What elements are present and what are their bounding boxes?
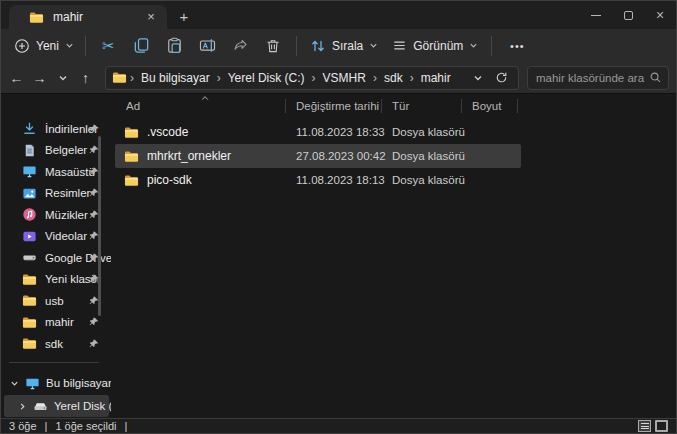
breadcrumb-item-mahir[interactable]: mahir [417, 70, 455, 86]
computer-icon [25, 376, 40, 391]
breadcrumb-separator: › [409, 71, 415, 85]
search-icon [649, 71, 662, 84]
breadcrumb-separator: › [129, 71, 135, 85]
download-icon [22, 121, 37, 136]
sidebar-item-mahir[interactable]: mahir [1, 312, 111, 334]
chevron-right-icon [18, 402, 27, 411]
share-button[interactable] [224, 33, 257, 59]
tab-close-icon[interactable]: × [143, 9, 159, 25]
address-dropdown-button[interactable] [468, 66, 488, 90]
folder-icon [22, 336, 37, 351]
column-header-modified[interactable]: Değiştirme tarihi [286, 94, 382, 118]
file-row-pico-sdk[interactable]: pico-sdk 11.08.2023 18:13 Dosya klasörü [115, 168, 521, 192]
plus-circle-icon [14, 38, 30, 54]
details-view-icon [641, 423, 649, 424]
tab-mahir[interactable]: mahir × [9, 5, 167, 29]
forward-button[interactable]: → [28, 66, 51, 90]
column-header-type[interactable]: Tür [382, 94, 462, 118]
sidebar-item-local-disk-c[interactable]: Yerel Disk (C:) [4, 395, 109, 417]
sidebar-item-downloads[interactable]: İndirilenler [1, 118, 111, 140]
sidebar-item-usb[interactable]: usb [1, 290, 111, 312]
sidebar-separator [9, 362, 99, 363]
minimize-button[interactable] [580, 1, 612, 29]
rename-icon [199, 37, 216, 54]
trash-icon [265, 38, 281, 54]
command-toolbar: Yeni ✂ [1, 29, 676, 62]
back-button[interactable]: ← [5, 66, 28, 90]
recent-locations-button[interactable] [51, 66, 74, 90]
tab-title: mahir [53, 10, 134, 24]
file-row-vscode[interactable]: .vscode 11.08.2023 18:33 Dosya klasörü [115, 120, 521, 144]
breadcrumb-item-vsmhr[interactable]: VSMHR [319, 70, 370, 86]
rename-button[interactable] [191, 33, 224, 59]
maximize-icon [624, 11, 633, 20]
sidebar-item-label: mahir [45, 316, 74, 328]
sidebar-item-google-drive[interactable]: Google Drive [1, 247, 111, 269]
file-name: pico-sdk [147, 173, 192, 187]
view-button-label: Görünüm [413, 39, 463, 53]
column-headers: Ad Değiştirme tarihi Tür Boyut [111, 94, 675, 118]
file-type: Dosya klasörü [382, 174, 462, 186]
breadcrumb[interactable]: › Bu bilgisayar › Yerel Disk (C:) › VSMH… [105, 66, 519, 90]
sidebar-item-this-pc[interactable]: Bu bilgisayar [4, 372, 109, 394]
column-header-size[interactable]: Boyut [462, 94, 518, 118]
window-controls: × [580, 1, 676, 29]
address-bar: ← → ↑ › Bu bilgisayar › Yerel Disk (C:) … [1, 62, 676, 94]
copy-button[interactable] [125, 33, 158, 59]
close-button[interactable]: × [644, 1, 676, 29]
column-header-name[interactable]: Ad [116, 94, 286, 118]
file-type: Dosya klasörü [382, 126, 462, 138]
paste-button[interactable] [158, 33, 191, 59]
delete-button[interactable] [257, 33, 290, 59]
breadcrumb-separator: › [311, 71, 317, 85]
sidebar-item-music[interactable]: Müzikler [1, 204, 111, 226]
minimize-icon [591, 15, 601, 16]
status-separator: | [45, 420, 48, 432]
view-button[interactable]: Görünüm [385, 33, 485, 59]
cut-button[interactable]: ✂ [92, 33, 125, 59]
status-bar: 3 öğe | 1 öğe seçildi | [1, 418, 676, 433]
folder-icon [124, 125, 139, 140]
sidebar-item-label: sdk [45, 338, 63, 350]
file-list-pane: Ad Değiştirme tarihi Tür Boyut .vscode 1… [111, 94, 675, 418]
music-icon [22, 207, 37, 222]
toolbar-divider [491, 36, 492, 56]
new-button[interactable]: Yeni [9, 33, 79, 59]
copy-icon [133, 37, 150, 54]
file-row-mhrkrt-ornekler[interactable]: mhrkrt_ornekler 27.08.2023 00:42 Dosya k… [115, 144, 521, 168]
desktop-icon [22, 164, 37, 179]
share-icon [232, 37, 249, 54]
large-icons-view-button[interactable] [655, 420, 668, 432]
file-name: mhrkrt_ornekler [147, 149, 231, 163]
file-modified: 11.08.2023 18:13 [286, 174, 382, 186]
toolbar-divider [85, 36, 86, 56]
sidebar-item-label: Google Drive [45, 252, 112, 264]
chevron-down-icon [469, 41, 478, 50]
folder-icon [22, 272, 37, 287]
sidebar-item-sdk[interactable]: sdk [1, 333, 111, 355]
pin-icon [89, 317, 99, 327]
maximize-button[interactable] [612, 1, 644, 29]
paste-icon [166, 37, 183, 54]
sidebar-item-desktop[interactable]: Masaüstü [1, 161, 111, 183]
details-view-button[interactable] [638, 420, 651, 432]
sidebar-item-videos[interactable]: Videolar [1, 226, 111, 248]
search-input[interactable] [534, 71, 649, 85]
sort-button[interactable]: Sırala [303, 33, 385, 59]
sidebar-item-pictures[interactable]: Resimler [1, 183, 111, 205]
breadcrumb-item-sdk[interactable]: sdk [380, 70, 407, 86]
more-options-button[interactable]: ••• [504, 33, 530, 59]
new-button-label: Yeni [36, 39, 59, 53]
breadcrumb-item-local-disk[interactable]: Yerel Disk (C:) [224, 70, 309, 86]
up-button[interactable]: ↑ [74, 66, 97, 90]
file-rows: .vscode 11.08.2023 18:33 Dosya klasörü m… [111, 120, 675, 192]
new-tab-button[interactable]: + [174, 7, 194, 27]
sidebar-item-documents[interactable]: Belgeler [1, 140, 111, 162]
sidebar-item-yeni-klasor[interactable]: Yeni klasör [1, 269, 111, 291]
refresh-button[interactable] [490, 66, 512, 90]
sidebar-scrollbar[interactable] [98, 136, 101, 316]
status-separator: | [125, 420, 128, 432]
sidebar-item-label: Masaüstü [45, 166, 95, 178]
breadcrumb-item-this-pc[interactable]: Bu bilgisayar [137, 70, 214, 86]
file-name: .vscode [147, 125, 188, 139]
